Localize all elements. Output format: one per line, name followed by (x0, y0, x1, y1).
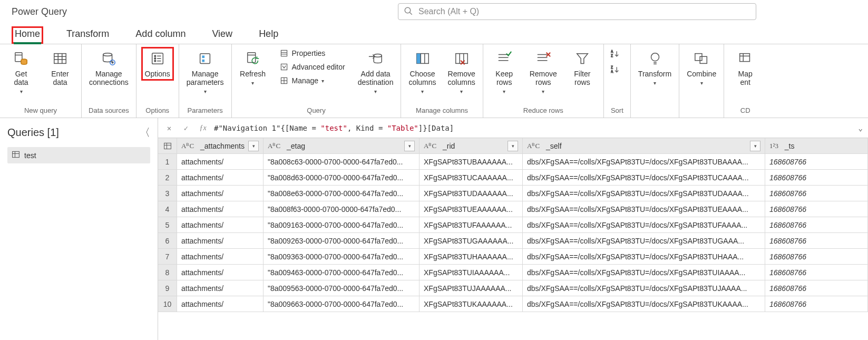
cell-attachments[interactable]: attachments/ (177, 154, 264, 169)
get-data-button[interactable]: Get data ▾ (5, 47, 37, 97)
cell-attachments[interactable]: attachments/ (177, 296, 264, 312)
manage-parameters-button[interactable]: Manage parameters ▾ (184, 47, 226, 97)
manage-button[interactable]: Manage ▾ (276, 75, 348, 86)
cell-attachments[interactable]: attachments/ (177, 201, 264, 217)
enter-data-button[interactable]: Enter data (44, 47, 76, 89)
cell-ts[interactable]: 168608766 (765, 280, 868, 296)
table-row[interactable]: 1attachments/"8a008c63-0000-0700-0000-64… (158, 154, 868, 170)
cell-ts[interactable]: 168608766 (765, 186, 868, 201)
query-item-test[interactable]: test (7, 147, 150, 163)
filter-rows-button[interactable]: Filter rows (567, 47, 598, 89)
tab-transform[interactable]: Transform (63, 26, 112, 44)
row-number[interactable]: 9 (158, 280, 177, 296)
collapse-queries-button[interactable]: 〈 (140, 125, 150, 140)
sort-asc-button[interactable]: AZ (609, 47, 625, 60)
table-row[interactable]: 9attachments/"8a009563-0000-0700-0000-64… (158, 280, 868, 296)
table-row[interactable]: 4attachments/"8a008f63-0000-0700-0000-64… (158, 201, 868, 217)
remove-rows-button[interactable]: Remove rows ▾ (528, 47, 559, 97)
column-header-ts[interactable]: 1²3 _ts (765, 138, 868, 153)
add-destination-button[interactable]: Add data destination ▾ (356, 47, 396, 97)
cell-etag[interactable]: "8a009663-0000-0700-0000-647fa7ed0... (264, 296, 420, 312)
transform-button[interactable]: Transform ▾ (636, 47, 674, 89)
filter-dropdown-button[interactable]: ▾ (750, 141, 760, 151)
search-input[interactable]: Search (Alt + Q) (398, 3, 756, 20)
cell-attachments[interactable]: attachments/ (177, 249, 264, 264)
advanced-editor-button[interactable]: Advanced editor (276, 61, 348, 73)
options-button[interactable]: Options (142, 47, 173, 80)
row-number[interactable]: 8 (158, 265, 177, 280)
properties-button[interactable]: Properties (276, 47, 348, 59)
cell-self[interactable]: dbs/XFgSAA==/colls/XFgSAPt83TU=/docs/XFg… (523, 249, 765, 264)
cell-rid[interactable]: XFgSAPt83TUHAAAAAA... (420, 249, 523, 264)
cell-etag[interactable]: "8a009263-0000-0700-0000-647fa7ed0... (264, 233, 420, 248)
cell-self[interactable]: dbs/XFgSAA==/colls/XFgSAPt83TU=/docs/XFg… (523, 296, 765, 312)
cell-self[interactable]: dbs/XFgSAA==/colls/XFgSAPt83TU=/docs/XFg… (523, 217, 765, 232)
table-row[interactable]: 6attachments/"8a009263-0000-0700-0000-64… (158, 233, 868, 249)
sort-desc-button[interactable]: ZA (609, 63, 625, 76)
manage-connections-button[interactable]: Manage connections (87, 47, 131, 89)
cell-ts[interactable]: 168608766 (765, 233, 868, 248)
cell-self[interactable]: dbs/XFgSAA==/colls/XFgSAPt83TU=/docs/XFg… (523, 154, 765, 169)
cell-ts[interactable]: 168608766 (765, 154, 868, 169)
accept-formula-button[interactable]: ✓ (180, 122, 192, 134)
cancel-formula-button[interactable]: ✕ (163, 122, 175, 134)
cell-rid[interactable]: XFgSAPt83TUDAAAAAA... (420, 186, 523, 201)
cell-rid[interactable]: XFgSAPt83TUBAAAAAA... (420, 154, 523, 169)
cell-etag[interactable]: "8a008f63-0000-0700-0000-647fa7ed0... (264, 201, 420, 217)
cell-etag[interactable]: "8a008c63-0000-0700-0000-647fa7ed0... (264, 154, 420, 169)
cell-etag[interactable]: "8a008e63-0000-0700-0000-647fa7ed0... (264, 186, 420, 201)
cell-ts[interactable]: 168608766 (765, 201, 868, 217)
tab-help[interactable]: Help (256, 26, 281, 44)
combine-button[interactable]: Combine ▾ (685, 47, 718, 89)
row-number[interactable]: 4 (158, 201, 177, 217)
expand-formula-button[interactable]: ⌄ (859, 124, 863, 132)
cell-etag[interactable]: "8a009563-0000-0700-0000-647fa7ed0... (264, 280, 420, 296)
cell-rid[interactable]: XFgSAPt83TUFAAAAAA... (420, 217, 523, 232)
filter-dropdown-button[interactable]: ▾ (404, 141, 415, 151)
tab-view[interactable]: View (209, 26, 236, 44)
table-row[interactable]: 2attachments/"8a008d63-0000-0700-0000-64… (158, 170, 868, 186)
column-header-attachments[interactable]: AᴮC _attachments ▾ (177, 138, 264, 153)
cell-self[interactable]: dbs/XFgSAA==/colls/XFgSAPt83TU=/docs/XFg… (523, 280, 765, 296)
cell-rid[interactable]: XFgSAPt83TUEAAAAAA... (420, 201, 523, 217)
cell-attachments[interactable]: attachments/ (177, 217, 264, 232)
cell-etag[interactable]: "8a008d63-0000-0700-0000-647fa7ed0... (264, 170, 420, 185)
table-row[interactable]: 8attachments/"8a009463-0000-0700-0000-64… (158, 265, 868, 280)
column-header-rid[interactable]: AᴮC _rid ▾ (420, 138, 523, 153)
cell-attachments[interactable]: attachments/ (177, 233, 264, 248)
cell-attachments[interactable]: attachments/ (177, 265, 264, 280)
cell-self[interactable]: dbs/XFgSAA==/colls/XFgSAPt83TU=/docs/XFg… (523, 186, 765, 201)
table-row[interactable]: 5attachments/"8a009163-0000-0700-0000-64… (158, 217, 868, 233)
fx-icon[interactable]: ƒx (197, 122, 209, 134)
cell-rid[interactable]: XFgSAPt83TUCAAAAAA... (420, 170, 523, 185)
cell-ts[interactable]: 168608766 (765, 265, 868, 280)
cell-rid[interactable]: XFgSAPt83TUJAAAAAA... (420, 280, 523, 296)
choose-columns-button[interactable]: Choose columns ▾ (406, 47, 438, 97)
row-number[interactable]: 10 (158, 296, 177, 312)
cell-self[interactable]: dbs/XFgSAA==/colls/XFgSAPt83TU=/docs/XFg… (523, 170, 765, 185)
map-entities-button[interactable]: Map ent (729, 47, 761, 89)
table-row[interactable]: 7attachments/"8a009363-0000-0700-0000-64… (158, 249, 868, 265)
row-number[interactable]: 3 (158, 186, 177, 201)
table-row[interactable]: 10attachments/"8a009663-0000-0700-0000-6… (158, 296, 868, 312)
cell-ts[interactable]: 168608766 (765, 249, 868, 264)
row-number[interactable]: 6 (158, 233, 177, 248)
row-number[interactable]: 2 (158, 170, 177, 185)
cell-rid[interactable]: XFgSAPt83TUGAAAAAA... (420, 233, 523, 248)
column-header-etag[interactable]: AᴮC _etag ▾ (264, 138, 420, 153)
tab-add-column[interactable]: Add column (132, 26, 189, 44)
cell-etag[interactable]: "8a009463-0000-0700-0000-647fa7ed0... (264, 265, 420, 280)
filter-dropdown-button[interactable]: ▾ (248, 141, 259, 151)
table-row[interactable]: 3attachments/"8a008e63-0000-0700-0000-64… (158, 186, 868, 201)
row-number[interactable]: 1 (158, 154, 177, 169)
formula-bar[interactable]: #"Navigation 1"{[Name = "test", Kind = "… (214, 124, 853, 132)
cell-ts[interactable]: 168608766 (765, 296, 868, 312)
cell-rid[interactable]: XFgSAPt83TUKAAAAAA... (420, 296, 523, 312)
filter-dropdown-button[interactable]: ▾ (508, 141, 518, 151)
cell-self[interactable]: dbs/XFgSAA==/colls/XFgSAPt83TU=/docs/XFg… (523, 265, 765, 280)
cell-attachments[interactable]: attachments/ (177, 186, 264, 201)
cell-self[interactable]: dbs/XFgSAA==/colls/XFgSAPt83TU=/docs/XFg… (523, 201, 765, 217)
cell-attachments[interactable]: attachments/ (177, 280, 264, 296)
row-number[interactable]: 7 (158, 249, 177, 264)
cell-attachments[interactable]: attachments/ (177, 170, 264, 185)
